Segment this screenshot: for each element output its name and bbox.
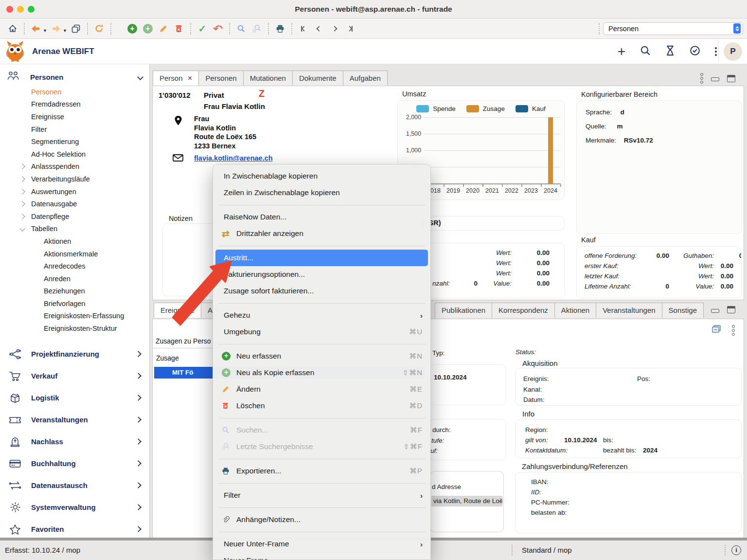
refresh-icon[interactable] bbox=[93, 22, 106, 36]
sidebar-item-datenausgabe[interactable]: Datenausgabe bbox=[0, 198, 149, 210]
menu-item-ändern[interactable]: Ändern⌘E bbox=[213, 381, 430, 397]
sidebar-module-systemverwaltung[interactable]: Systemverwaltung bbox=[0, 496, 149, 518]
chevron-right-icon[interactable] bbox=[135, 460, 142, 467]
menu-item-zeilen-in-zwischenablage-kopieren[interactable]: Zeilen in Zwischenablage kopieren bbox=[213, 184, 430, 201]
sidebar-item-anredecodes[interactable]: Anredecodes bbox=[0, 260, 149, 272]
sidebar-module-nachlass[interactable]: Nachlass bbox=[0, 431, 149, 452]
menu-item-neuer-unter-frame[interactable]: Neuer Unter-Frame› bbox=[213, 536, 430, 552]
sidebar-item-aktionen[interactable]: Aktionen bbox=[0, 235, 149, 248]
tab-veranstaltungen[interactable]: Veranstaltungen bbox=[596, 303, 662, 318]
nav-prev-icon[interactable] bbox=[313, 22, 325, 36]
chevron-right-icon[interactable] bbox=[19, 214, 25, 219]
select-stepper-icon[interactable] bbox=[733, 23, 741, 34]
menu-item-raisenow-daten-[interactable]: RaiseNow Daten... bbox=[213, 209, 430, 225]
context-select[interactable]: Personen bbox=[603, 22, 743, 35]
menu-item-drittzahler-anzeigen[interactable]: ⇄Drittzahler anzeigen bbox=[213, 225, 430, 242]
detail-pane-options-icon[interactable] bbox=[732, 325, 735, 336]
sidebar-item-datenpflege[interactable]: Datenpflege bbox=[0, 210, 149, 223]
nav-next-icon[interactable] bbox=[328, 22, 341, 36]
sidebar-module-buchhaltung[interactable]: Buchhaltung bbox=[0, 452, 149, 474]
menu-item-anhänge-notizen-[interactable]: Anhänge/Notizen... bbox=[213, 511, 430, 528]
bottom-pane-minimize-icon[interactable] bbox=[711, 309, 719, 313]
chevron-right-icon[interactable] bbox=[19, 176, 25, 181]
more-options-icon[interactable] bbox=[715, 47, 717, 56]
sidebar-module-verkauf[interactable]: Verkauf bbox=[0, 365, 149, 387]
nav-last-icon[interactable] bbox=[344, 22, 356, 36]
tab-aufgaben[interactable]: Aufgaben bbox=[343, 71, 388, 86]
check-circle-icon[interactable] bbox=[690, 45, 700, 58]
menu-item-zusage-sofort-fakturieren-[interactable]: Zusage sofort fakturieren... bbox=[213, 283, 430, 299]
adresse-row[interactable]: via Kotlin, Route de Loëx 16 bbox=[431, 496, 502, 506]
forward-icon[interactable] bbox=[50, 22, 62, 36]
menu-item-neu-erfassen[interactable]: +Neu erfassen⌘N bbox=[213, 348, 430, 364]
frames-icon[interactable] bbox=[70, 22, 82, 36]
chevron-right-icon[interactable] bbox=[19, 164, 25, 169]
pane-minimize-icon[interactable] bbox=[711, 77, 719, 81]
sidebar-item-tabellen[interactable]: Tabellen bbox=[0, 223, 149, 235]
delete-icon[interactable] bbox=[173, 22, 185, 36]
info-icon[interactable]: i bbox=[731, 545, 741, 555]
pane-options-icon[interactable] bbox=[700, 73, 703, 84]
chevron-down-icon[interactable] bbox=[19, 226, 25, 232]
confirm-icon[interactable]: ✓ bbox=[196, 22, 209, 36]
close-icon[interactable]: × bbox=[188, 75, 193, 81]
search-history-icon[interactable] bbox=[250, 22, 263, 36]
sidebar-item-auswertungen[interactable]: Auswertungen bbox=[0, 185, 149, 198]
sidebar-item-beziehungen[interactable]: Beziehungen bbox=[0, 285, 149, 298]
hourglass-icon[interactable] bbox=[665, 45, 675, 58]
chevron-right-icon[interactable] bbox=[19, 189, 25, 194]
toolbar-drag-handle[interactable] bbox=[599, 23, 600, 35]
sidebar-item-ereigniskosten-struktur[interactable]: Ereigniskosten-Struktur bbox=[0, 322, 149, 335]
tab-personen[interactable]: Personen bbox=[198, 71, 243, 86]
menu-item-exportieren-[interactable]: Exportieren...⌘P bbox=[213, 463, 430, 479]
menu-item-in-zwischenablage-kopieren[interactable]: In Zwischenablage kopieren bbox=[213, 168, 430, 184]
menu-item-umgebung[interactable]: Umgebung⌘U bbox=[213, 324, 430, 340]
chevron-right-icon[interactable] bbox=[135, 504, 142, 510]
chevron-right-icon[interactable] bbox=[135, 438, 142, 445]
nav-first-icon[interactable] bbox=[297, 22, 310, 36]
sidebar-item-briefvorlagen[interactable]: Briefvorlagen bbox=[0, 297, 149, 310]
sidebar-item-anlassspenden[interactable]: Anlassspenden bbox=[0, 161, 149, 173]
tab-mutationen[interactable]: Mutationen bbox=[243, 71, 293, 86]
add-icon[interactable]: + bbox=[126, 22, 139, 36]
menu-item-fakturierungsoptionen-[interactable]: Fakturierungsoptionen... bbox=[213, 266, 430, 283]
sidebar-section-personen[interactable]: Personen bbox=[0, 68, 149, 86]
tab-sonstige[interactable]: Sonstige bbox=[662, 303, 704, 318]
sidebar-item-anreden[interactable]: Anreden bbox=[0, 272, 149, 285]
global-search-icon[interactable] bbox=[640, 45, 651, 58]
chevron-right-icon[interactable] bbox=[135, 351, 142, 357]
avatar[interactable]: P bbox=[724, 42, 742, 61]
sidebar-module-logistik[interactable]: Logistik bbox=[0, 387, 149, 409]
menu-item-neuer-frame[interactable]: Neuer Frame› bbox=[213, 552, 430, 560]
menu-item-filter[interactable]: Filter› bbox=[213, 487, 430, 504]
tab-publikationen[interactable]: Publikationen bbox=[435, 303, 492, 318]
undo-icon[interactable]: ↶ bbox=[210, 22, 225, 36]
sidebar-item-segmentierung[interactable]: Segmentierung bbox=[0, 135, 149, 148]
menu-item-austritt-[interactable]: Austritt... bbox=[215, 250, 428, 266]
person-email-link[interactable]: flavia.kotlin@arenae.ch bbox=[194, 154, 273, 162]
search-icon[interactable] bbox=[235, 22, 248, 36]
tab-korrespondenz[interactable]: Korrespondenz bbox=[492, 303, 555, 318]
bottom-pane-maximize-icon[interactable] bbox=[727, 306, 735, 313]
menu-item-löschen[interactable]: Löschen⌘D bbox=[213, 397, 430, 414]
add-copy-icon[interactable]: + bbox=[142, 22, 154, 36]
sidebar-item-ad-hoc-selektion[interactable]: Ad-Hoc Selektion bbox=[0, 148, 149, 161]
sidebar-item-ereignisse[interactable]: Ereignisse bbox=[0, 110, 149, 123]
back-history-caret-icon[interactable]: ▼ bbox=[43, 28, 47, 33]
sidebar-item-personen[interactable]: Personen bbox=[0, 86, 149, 98]
sidebar-item-ereigniskosten-erfassung[interactable]: Ereigniskosten-Erfassung bbox=[0, 310, 149, 323]
tab-aktionen[interactable]: Aktionen bbox=[554, 303, 596, 318]
forward-history-caret-icon[interactable]: ▼ bbox=[63, 28, 67, 33]
chevron-right-icon[interactable] bbox=[135, 373, 142, 379]
window-copy-icon[interactable] bbox=[711, 325, 721, 336]
chevron-down-icon[interactable] bbox=[137, 74, 143, 80]
sidebar-item-aktionsmerkmale[interactable]: Aktionsmerkmale bbox=[0, 248, 149, 260]
menu-item-neu-als-kopie-erfassen[interactable]: +Neu als Kopie erfassen⇧⌘N bbox=[213, 364, 430, 381]
sidebar-module-favoriten[interactable]: Favoriten bbox=[0, 518, 149, 540]
menu-item-gehezu[interactable]: Gehezu› bbox=[213, 307, 430, 324]
sidebar-item-filter[interactable]: Filter bbox=[0, 123, 149, 136]
home-icon[interactable] bbox=[6, 22, 19, 36]
print-icon[interactable] bbox=[274, 22, 286, 36]
sidebar-item-fremdadressen[interactable]: Fremdadressen bbox=[0, 98, 149, 111]
sidebar-item-verarbeitungsläufe[interactable]: Verarbeitungsläufe bbox=[0, 173, 149, 185]
